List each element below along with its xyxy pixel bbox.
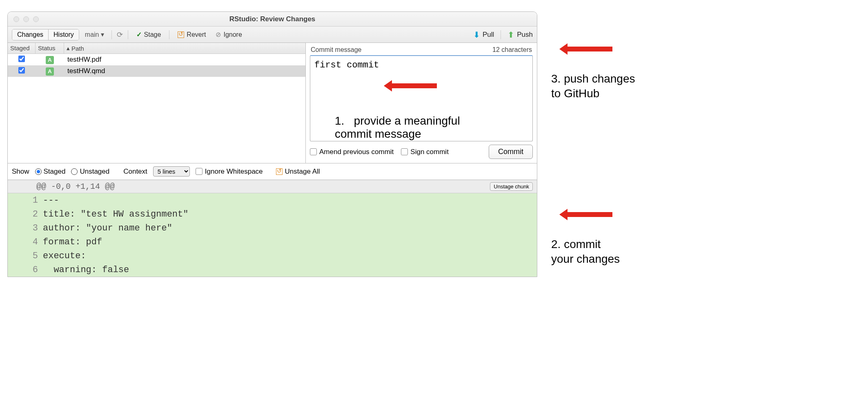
arrow-step2-icon	[559, 206, 612, 223]
gutter-new: 5	[24, 251, 40, 261]
gutter-new: 4	[24, 237, 40, 247]
revert-icon	[276, 168, 283, 175]
diff-line[interactable]: 5execute:	[8, 249, 537, 263]
pull-button[interactable]: ⬇ Pull	[473, 30, 494, 40]
unstage-chunk-button[interactable]: Unstage chunk	[490, 182, 533, 191]
push-button[interactable]: ⬆ Push	[507, 30, 533, 40]
push-label: Push	[517, 31, 533, 39]
pull-arrow-icon: ⬇	[473, 30, 480, 40]
radio-staged[interactable]: Staged	[35, 168, 66, 176]
revert-label: Revert	[187, 31, 206, 38]
col-status[interactable]: Status	[36, 43, 64, 54]
file-path: testHW.qmd	[64, 67, 305, 75]
titlebar: RStudio: Review Changes	[8, 12, 537, 27]
stage-label: Stage	[144, 31, 161, 38]
gutter-new: 6	[24, 265, 40, 275]
commit-message-label: Commit message	[311, 46, 361, 54]
diff-toolbar: Show Staged Unstaged Context 5 lines Ign…	[8, 163, 537, 180]
check-icon: ✓	[136, 31, 142, 38]
revert-icon	[178, 31, 184, 38]
history-tab[interactable]: History	[49, 29, 79, 40]
hunk-header: @@ -0,0 +1,14 @@ Unstage chunk	[8, 180, 537, 193]
separator	[111, 30, 112, 39]
view-toggle: Changes History	[12, 29, 79, 40]
ignore-button[interactable]: ⊘ Ignore	[212, 29, 245, 40]
diff-text: warning: false	[40, 265, 129, 275]
amend-checkbox[interactable]: Amend previous commit	[310, 148, 394, 156]
gutter-new: 2	[24, 209, 40, 219]
commit-pane: Commit message 12 characters Amend previ…	[306, 43, 537, 163]
file-list-pane: Staged Status ▴ Path AtestHW.pdfAtestHW.…	[8, 43, 306, 163]
gutter-new: 1	[24, 195, 40, 206]
sign-checkbox[interactable]: Sign commit	[401, 148, 449, 156]
refresh-icon[interactable]: ⟳	[117, 30, 123, 39]
radio-dot-icon	[71, 168, 78, 175]
sort-asc-icon: ▴	[67, 45, 70, 52]
file-row[interactable]: AtestHW.pdf	[8, 54, 305, 65]
diff-line[interactable]: 3author: "your name here"	[8, 221, 537, 235]
svg-marker-0	[384, 80, 437, 92]
gutter-new: 3	[24, 223, 40, 233]
changes-tab[interactable]: Changes	[12, 29, 49, 40]
separator	[169, 30, 169, 39]
unstage-all-button[interactable]: Unstage All	[276, 168, 320, 176]
staged-checkbox[interactable]	[18, 67, 25, 74]
context-select[interactable]: 5 lines	[153, 166, 190, 177]
file-list: AtestHW.pdfAtestHW.qmd	[8, 54, 305, 163]
push-arrow-icon: ⬆	[507, 30, 514, 40]
revert-button[interactable]: Revert	[174, 29, 209, 40]
diff-text: author: "your name here"	[40, 223, 172, 233]
chevron-down-icon: ▾	[101, 31, 104, 38]
diff-text: ---	[40, 195, 59, 206]
file-list-header: Staged Status ▴ Path	[8, 43, 305, 54]
review-changes-window: RStudio: Review Changes Changes History …	[7, 11, 537, 277]
branch-name: main	[85, 31, 99, 38]
pull-label: Pull	[483, 31, 494, 39]
arrow-step3-icon	[559, 41, 612, 57]
show-label: Show	[12, 168, 29, 176]
file-path: testHW.pdf	[64, 56, 305, 64]
window-title: RStudio: Review Changes	[8, 15, 537, 23]
diff-line[interactable]: 4format: pdf	[8, 235, 537, 249]
diff-line[interactable]: 6 warning: false	[8, 263, 537, 277]
file-row[interactable]: AtestHW.qmd	[8, 65, 305, 77]
stage-button[interactable]: ✓ Stage	[133, 29, 165, 40]
ignore-whitespace-checkbox[interactable]: Ignore Whitespace	[196, 168, 263, 176]
char-counter: 12 characters	[492, 46, 532, 54]
svg-marker-2	[559, 209, 612, 220]
radio-unstaged[interactable]: Unstaged	[71, 168, 109, 176]
ignore-icon: ⊘	[216, 31, 221, 38]
diff-line[interactable]: 1---	[8, 193, 537, 207]
diff-text: format: pdf	[40, 237, 102, 247]
commit-button[interactable]: Commit	[489, 145, 533, 159]
toolbar: Changes History main ▾ ⟳ ✓ Stage Revert …	[8, 27, 537, 43]
annotation-step3: 3. push changes to GitHub	[551, 72, 635, 101]
diff-body: 1---2title: "test HW assignment"3author:…	[8, 193, 537, 277]
branch-selector[interactable]: main ▾	[82, 31, 107, 38]
radio-dot-icon	[35, 168, 42, 175]
amend-label: Amend previous commit	[319, 148, 394, 156]
diff-text: execute:	[40, 251, 86, 261]
annotation-step2: 2. commit your changes	[551, 237, 620, 267]
col-staged[interactable]: Staged	[8, 43, 36, 54]
status-badge: A	[46, 56, 54, 64]
arrow-step1-icon	[384, 78, 437, 94]
status-badge: A	[46, 67, 54, 76]
diff-text: title: "test HW assignment"	[40, 209, 188, 219]
separator	[128, 30, 128, 39]
hunk-range: @@ -0,0 +1,14 @@	[36, 182, 115, 191]
context-label: Context	[123, 168, 147, 176]
annotation-step1: 1. provide a meaningful commit message	[335, 114, 460, 141]
sign-label: Sign commit	[410, 148, 449, 156]
diff-line[interactable]: 2title: "test HW assignment"	[8, 207, 537, 221]
separator	[501, 30, 501, 39]
ignore-label: Ignore	[223, 31, 242, 38]
staged-checkbox[interactable]	[18, 56, 25, 62]
col-path[interactable]: ▴ Path	[64, 43, 305, 54]
svg-marker-1	[559, 43, 612, 55]
